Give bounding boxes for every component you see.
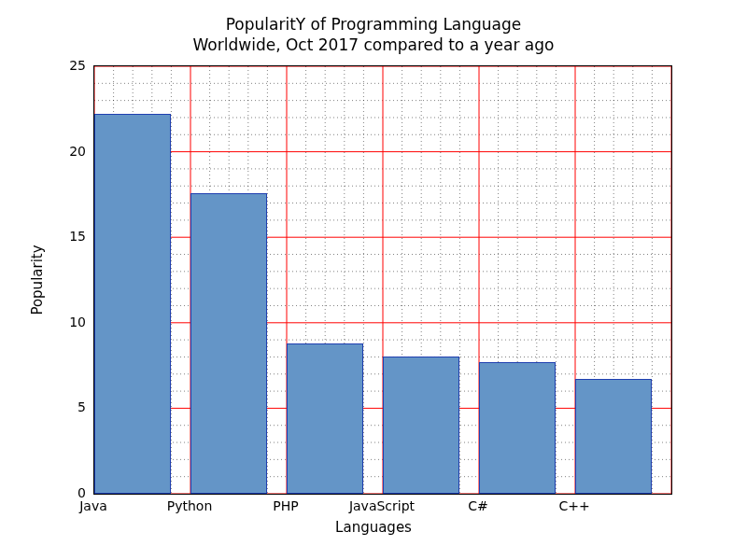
bar-php (287, 343, 363, 494)
y-tick-label: 15 (49, 229, 86, 244)
x-tick-label: C# (468, 498, 488, 513)
bar-python (190, 193, 267, 494)
y-tick-label: 25 (49, 58, 86, 73)
y-tick-label: 10 (49, 315, 86, 329)
bar-c (575, 379, 652, 494)
chart-figure: PopularitY of Programming Language World… (0, 0, 747, 560)
plot-area (93, 65, 672, 495)
x-axis-label: Languages (0, 519, 747, 536)
y-tick-label: 5 (49, 399, 86, 414)
x-tick-label: PHP (273, 498, 298, 513)
chart-title-line1: PopularitY of Programming Language (0, 15, 747, 34)
x-tick-label: C++ (558, 498, 589, 513)
bar-c (479, 362, 556, 494)
y-tick-label: 20 (49, 144, 86, 159)
bar-java (94, 114, 171, 494)
bar-javascript (383, 357, 459, 494)
x-tick-label: Python (167, 498, 213, 513)
x-tick-label: JavaScript (349, 498, 415, 513)
y-axis-label: Popularity (29, 245, 46, 315)
chart-title-line2: Worldwide, Oct 2017 compared to a year a… (0, 35, 747, 54)
x-tick-label: Java (79, 498, 107, 513)
